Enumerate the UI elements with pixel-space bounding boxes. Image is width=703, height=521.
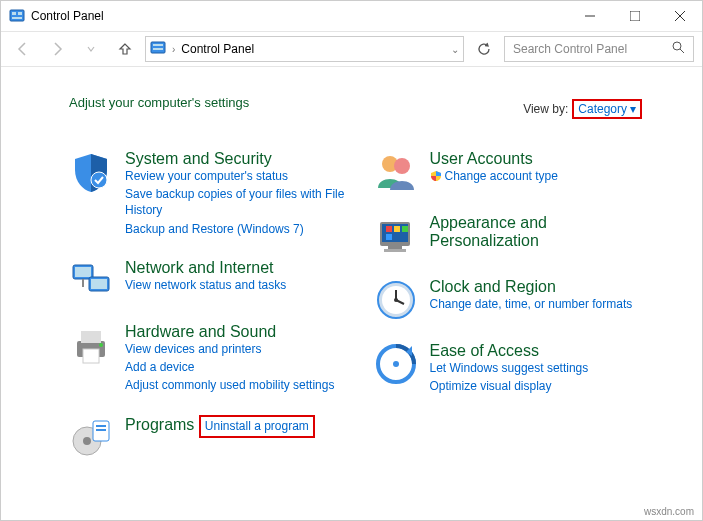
programs-icon [69, 415, 113, 459]
svg-rect-0 [10, 10, 24, 21]
users-icon [374, 150, 418, 194]
category-clock-region: Clock and Region Change date, time, or n… [374, 278, 659, 322]
task-link[interactable]: View devices and printers [125, 341, 334, 357]
svg-point-13 [91, 172, 107, 188]
svg-line-12 [680, 49, 684, 53]
breadcrumb[interactable]: Control Panel [181, 42, 254, 56]
svg-rect-3 [12, 17, 22, 19]
svg-point-23 [99, 343, 103, 347]
content-area: Adjust your computer's settings View by:… [1, 67, 702, 503]
back-button[interactable] [9, 35, 37, 63]
view-by-value: Category [578, 102, 627, 116]
chevron-right-icon: › [172, 44, 175, 55]
category-title[interactable]: System and Security [125, 150, 272, 167]
svg-rect-9 [153, 44, 163, 46]
task-link[interactable]: View network status and tasks [125, 277, 286, 293]
search-input[interactable]: Search Control Panel [504, 36, 694, 62]
chevron-down-icon[interactable]: ⌄ [451, 44, 459, 55]
uninstall-program-link[interactable]: Uninstall a program [199, 415, 315, 437]
category-title[interactable]: Hardware and Sound [125, 323, 276, 340]
forward-button[interactable] [43, 35, 71, 63]
category-title[interactable]: Network and Internet [125, 259, 274, 276]
uac-shield-icon [430, 168, 442, 186]
view-by-label: View by: [523, 102, 568, 116]
category-user-accounts: User Accounts Change account type [374, 150, 659, 194]
refresh-button[interactable] [470, 35, 498, 63]
svg-rect-34 [394, 226, 400, 232]
category-hardware-sound: Hardware and Sound View devices and prin… [69, 323, 354, 396]
svg-rect-33 [386, 226, 392, 232]
task-link[interactable]: Add a device [125, 359, 334, 375]
svg-point-45 [393, 361, 399, 367]
task-link[interactable]: Change date, time, or number formats [430, 296, 633, 312]
appearance-icon [374, 214, 418, 258]
task-link[interactable]: Review your computer's status [125, 168, 354, 184]
control-panel-icon [9, 8, 25, 24]
recent-dropdown[interactable] [77, 35, 105, 63]
categories-right: User Accounts Change account type Appear… [374, 150, 659, 479]
title-bar: Control Panel [1, 1, 702, 31]
window-controls [567, 1, 702, 31]
maximize-button[interactable] [612, 1, 657, 31]
category-programs: Programs Uninstall a program [69, 415, 354, 459]
task-link[interactable]: Backup and Restore (Windows 7) [125, 221, 354, 237]
svg-point-43 [394, 298, 398, 302]
svg-rect-27 [96, 425, 106, 427]
category-title[interactable]: Programs [125, 416, 194, 433]
network-icon [69, 259, 113, 303]
svg-rect-2 [18, 12, 22, 15]
categories-left: System and Security Review your computer… [69, 150, 354, 479]
svg-rect-37 [388, 246, 402, 249]
toolbar: › Control Panel ⌄ Search Control Panel [1, 31, 702, 67]
search-icon [672, 41, 685, 57]
category-ease-of-access: Ease of Access Let Windows suggest setti… [374, 342, 659, 396]
svg-point-25 [83, 437, 91, 445]
task-link[interactable]: Let Windows suggest settings [430, 360, 589, 376]
chevron-down-icon: ▾ [630, 102, 636, 116]
svg-rect-35 [402, 226, 408, 232]
search-placeholder: Search Control Panel [513, 42, 627, 56]
window-title: Control Panel [31, 9, 104, 23]
svg-rect-15 [75, 267, 91, 277]
shield-icon [69, 150, 113, 194]
task-link[interactable]: Change account type [445, 168, 558, 184]
svg-rect-38 [384, 249, 406, 252]
clock-icon [374, 278, 418, 322]
svg-rect-1 [12, 12, 16, 15]
category-system-security: System and Security Review your computer… [69, 150, 354, 239]
svg-rect-8 [151, 42, 165, 53]
category-appearance: Appearance and Personalization [374, 214, 659, 258]
address-bar[interactable]: › Control Panel ⌄ [145, 36, 464, 62]
control-panel-small-icon [150, 40, 166, 59]
printer-icon [69, 323, 113, 367]
task-link[interactable]: Adjust commonly used mobility settings [125, 377, 334, 393]
task-link[interactable]: Save backup copies of your files with Fi… [125, 186, 354, 218]
ease-of-access-icon [374, 342, 418, 386]
svg-rect-28 [96, 429, 106, 431]
svg-rect-36 [386, 234, 392, 240]
view-by-dropdown[interactable]: Category ▾ [572, 99, 642, 119]
svg-rect-21 [81, 331, 101, 343]
category-network-internet: Network and Internet View network status… [69, 259, 354, 303]
up-button[interactable] [111, 35, 139, 63]
svg-rect-5 [630, 11, 640, 21]
svg-rect-22 [83, 349, 99, 363]
svg-rect-10 [153, 48, 163, 50]
close-button[interactable] [657, 1, 702, 31]
category-title[interactable]: Ease of Access [430, 342, 539, 359]
minimize-button[interactable] [567, 1, 612, 31]
task-link[interactable]: Optimize visual display [430, 378, 589, 394]
category-title[interactable]: Appearance and Personalization [430, 214, 547, 249]
view-by-control: View by: Category ▾ [523, 99, 642, 119]
svg-point-11 [673, 42, 681, 50]
attribution-text: wsxdn.com [644, 506, 694, 517]
category-title[interactable]: Clock and Region [430, 278, 556, 295]
svg-point-30 [394, 158, 410, 174]
category-title[interactable]: User Accounts [430, 150, 533, 167]
